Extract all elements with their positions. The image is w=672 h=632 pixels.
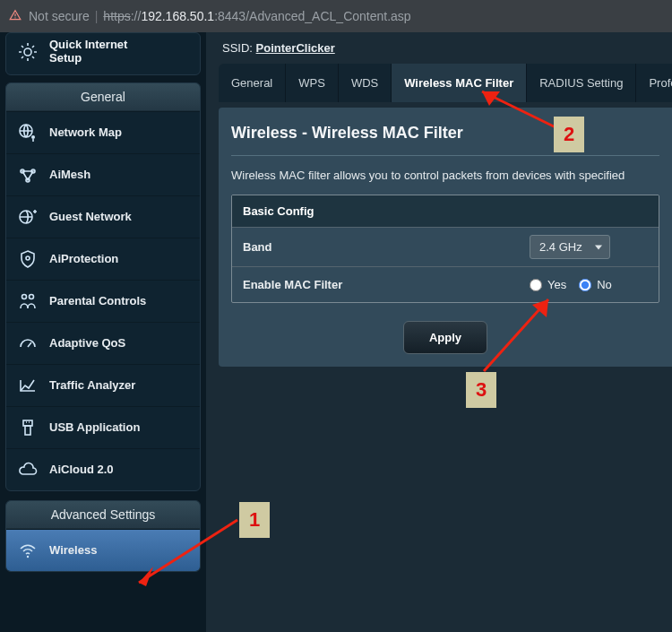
basic-config-table: Basic Config Band 2.4 GHz Enable MAC Fil… xyxy=(231,195,659,303)
not-secure-warning-icon xyxy=(9,9,22,24)
quick-internet-setup[interactable]: Quick Internet Setup xyxy=(5,32,201,75)
enable-no-label: No xyxy=(597,278,612,291)
not-secure-text: Not secure xyxy=(29,9,90,23)
sidebar-item-adaptive-qos[interactable]: Adaptive QoS xyxy=(6,322,200,364)
quick-setup-line1: Quick Internet xyxy=(49,39,127,52)
content-card: Wireless - Wireless MAC Filter Wireless … xyxy=(219,108,672,367)
svg-point-9 xyxy=(26,256,30,260)
url-host: 192.168.50.1 xyxy=(141,9,214,23)
gear-network-icon xyxy=(15,41,40,63)
tab-wds[interactable]: WDS xyxy=(339,64,392,102)
page-title: Wireless - Wireless MAC Filter xyxy=(231,124,659,143)
basic-config-header: Basic Config xyxy=(232,195,659,227)
sidebar-item-label: Adaptive QoS xyxy=(49,336,125,350)
annotation-badge-1: 1 xyxy=(239,502,270,538)
annotation-badge-2: 2 xyxy=(554,117,584,152)
main-content: SSID: PointerClicker General WPS WDS Wir… xyxy=(206,32,672,632)
sidebar-item-label: AiCloud 2.0 xyxy=(49,463,114,476)
sidebar-item-label: Guest Network xyxy=(49,210,132,223)
svg-rect-13 xyxy=(25,426,30,435)
sidebar-item-parental-controls[interactable]: Parental Controls xyxy=(6,280,200,322)
svg-line-15 xyxy=(139,520,237,583)
svg-point-14 xyxy=(27,556,29,558)
globe-pin-icon xyxy=(15,122,40,143)
svg-point-2 xyxy=(24,48,31,56)
sidebar-item-guest-network[interactable]: Guest Network xyxy=(6,195,200,238)
gauge-icon xyxy=(15,333,40,354)
wifi-icon xyxy=(15,540,40,561)
sidebar-item-label: AiMesh xyxy=(49,168,90,181)
enable-no-radio[interactable] xyxy=(579,279,591,291)
sidebar-item-label: Wireless xyxy=(49,543,97,557)
page-description: Wireless MAC filter allows you to contro… xyxy=(231,169,659,182)
tab-professional[interactable]: Profes xyxy=(636,64,672,102)
sidebar-item-usb-application[interactable]: USB Application xyxy=(6,406,200,448)
quick-setup-line2: Setup xyxy=(49,52,127,65)
sidebar-panel-general: General Network Map AiMesh Guest Network… xyxy=(5,82,201,491)
sidebar-item-label: Traffic Analyzer xyxy=(49,378,135,392)
family-icon xyxy=(15,290,40,312)
globe-plus-icon xyxy=(15,206,40,228)
band-select[interactable]: 2.4 GHz xyxy=(530,235,610,259)
band-label: Band xyxy=(232,229,519,264)
annotation-badge-3: 3 xyxy=(466,372,496,408)
chart-arrows-icon xyxy=(15,375,40,396)
cloud-icon xyxy=(15,459,40,480)
band-select-value: 2.4 GHz xyxy=(539,240,582,254)
ssid-label: SSID: xyxy=(222,41,253,55)
svg-rect-12 xyxy=(23,420,32,426)
annotation-arrow-1 xyxy=(121,511,246,601)
url-path: /Advanced_ACL_Content.asp xyxy=(246,9,410,23)
sidebar-item-aimesh[interactable]: AiMesh xyxy=(6,153,200,195)
svg-point-4 xyxy=(31,135,35,139)
sidebar-item-traffic-analyzer[interactable]: Traffic Analyzer xyxy=(6,364,200,406)
panel-title-general: General xyxy=(6,83,200,111)
sidebar-item-label: USB Application xyxy=(49,420,140,434)
tab-wps[interactable]: WPS xyxy=(286,64,339,102)
mesh-icon xyxy=(15,164,40,186)
ssid-line: SSID: PointerClicker xyxy=(219,38,672,64)
sidebar-item-label: Network Map xyxy=(49,126,122,139)
svg-point-1 xyxy=(14,17,15,18)
row-band: Band 2.4 GHz xyxy=(232,227,659,266)
sidebar-item-label: AiProtection xyxy=(49,252,118,265)
tab-bar: General WPS WDS Wireless MAC Filter RADI… xyxy=(219,64,672,102)
url-scheme: https xyxy=(103,9,130,23)
sidebar-item-aicloud[interactable]: AiCloud 2.0 xyxy=(6,448,200,490)
browser-address-bar: Not secure | https://192.168.50.1:8443/A… xyxy=(0,0,672,32)
sidebar-item-label: Parental Controls xyxy=(49,294,146,307)
sidebar-item-network-map[interactable]: Network Map xyxy=(6,111,200,153)
url-port: :8443 xyxy=(214,9,246,23)
svg-point-10 xyxy=(22,294,27,299)
ssid-value[interactable]: PointerClicker xyxy=(256,41,335,55)
annotation-arrow-3 xyxy=(475,289,573,378)
row-enable-mac-filter: Enable MAC Filter Yes No xyxy=(232,266,659,302)
shield-icon xyxy=(15,248,40,270)
usb-icon xyxy=(15,417,40,438)
svg-point-11 xyxy=(30,294,34,299)
tab-general[interactable]: General xyxy=(219,64,286,102)
sidebar-item-aiprotection[interactable]: AiProtection xyxy=(6,238,200,280)
